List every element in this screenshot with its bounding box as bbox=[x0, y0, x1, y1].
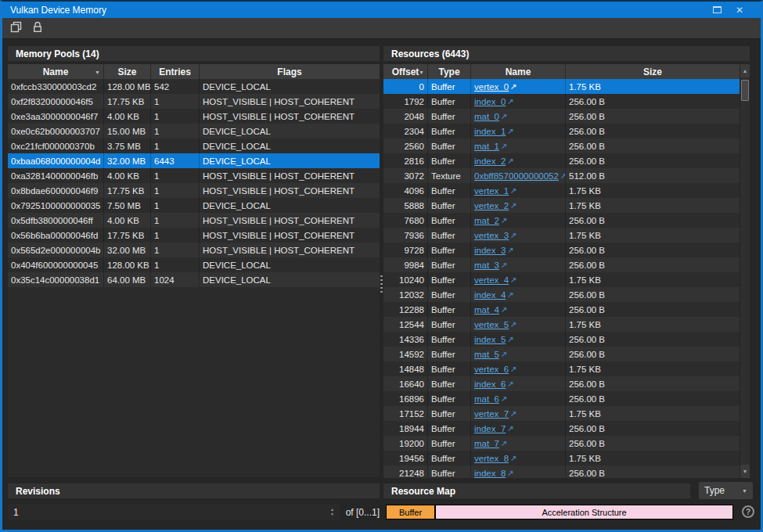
resource-row[interactable]: 19456Buffervertex_8↗1.75 KB bbox=[383, 451, 750, 466]
resource-link[interactable]: mat_2 bbox=[474, 216, 499, 225]
scrollbar-thumb[interactable] bbox=[741, 80, 749, 101]
float-window-icon[interactable] bbox=[713, 6, 722, 13]
resource-map-mode-select[interactable]: Type ▼ bbox=[699, 482, 753, 499]
resource-row[interactable]: 12288Buffermat_4↗256.00 B bbox=[383, 302, 750, 317]
pool-header-name[interactable]: Name ▼ bbox=[8, 64, 104, 79]
resource-link[interactable]: vertex_6 bbox=[474, 365, 509, 374]
help-icon[interactable]: ? bbox=[742, 505, 754, 518]
resource-link[interactable]: mat_3 bbox=[474, 261, 499, 270]
resource-link[interactable]: 0xbff8570000000052 bbox=[474, 171, 559, 181]
revision-input[interactable] bbox=[8, 507, 328, 518]
close-icon[interactable]: ✕ bbox=[736, 5, 743, 15]
resource-row[interactable]: 14848Buffervertex_6↗1.75 KB bbox=[383, 361, 750, 376]
memory-pool-row[interactable]: 0x404f600000000045128.00 KB1DEVICE_LOCAL bbox=[8, 257, 380, 272]
resource-link[interactable]: mat_1 bbox=[474, 142, 499, 151]
memory-pool-row[interactable]: 0xf2f83200000046f517.75 KB1HOST_VISIBLE … bbox=[8, 94, 380, 109]
resource-link[interactable]: index_0 bbox=[474, 97, 506, 106]
memory-pool-row[interactable]: 0x5dfb3800000046ff4.00 KB1HOST_VISIBLE |… bbox=[8, 213, 380, 228]
memory-pool-row[interactable]: 0xe3aa3000000046f74.00 KB1HOST_VISIBLE |… bbox=[8, 109, 380, 124]
resource-link[interactable]: vertex_3 bbox=[474, 231, 509, 240]
resource-link[interactable]: vertex_1 bbox=[474, 186, 509, 196]
memory-pool-row[interactable]: 0x79251000000000357.50 MB1DEVICE_LOCAL bbox=[8, 198, 380, 213]
resource-row[interactable]: 9984Buffermat_3↗256.00 B bbox=[383, 257, 750, 272]
memory-pool-row[interactable]: 0xa3281400000046fb4.00 KB1HOST_VISIBLE |… bbox=[8, 168, 380, 183]
pool-header-flags[interactable]: Flags bbox=[200, 64, 380, 79]
resource-link[interactable]: index_1 bbox=[474, 127, 506, 136]
resource-link[interactable]: mat_0 bbox=[474, 112, 499, 121]
resource-row[interactable]: 14592Buffermat_5↗256.00 B bbox=[383, 347, 750, 361]
resource-row[interactable]: 12032Bufferindex_4↗256.00 B bbox=[383, 287, 750, 302]
resource-link[interactable]: mat_4 bbox=[474, 305, 499, 315]
resource-header-size[interactable]: Size bbox=[566, 64, 740, 79]
resource-link[interactable]: index_4 bbox=[474, 290, 506, 300]
resource-name-cell: 0xbff8570000000052↗ bbox=[471, 168, 566, 183]
resource-link[interactable]: index_8 bbox=[474, 469, 506, 478]
resource-link[interactable]: mat_5 bbox=[474, 350, 499, 359]
resource-link[interactable]: index_3 bbox=[474, 246, 506, 255]
lock-icon bbox=[32, 21, 43, 36]
lock-button[interactable] bbox=[31, 21, 45, 35]
resource-row[interactable]: 17152Buffervertex_7↗1.75 KB bbox=[383, 406, 750, 421]
resource-row[interactable]: 16896Buffermat_6↗256.00 B bbox=[383, 391, 750, 406]
memory-pool-row[interactable]: 0xbaa068000000004d32.00 MB6443DEVICE_LOC… bbox=[8, 153, 380, 168]
resource-row[interactable]: 16640Bufferindex_6↗256.00 B bbox=[383, 376, 750, 391]
resource-row[interactable]: 14336Bufferindex_5↗256.00 B bbox=[383, 332, 750, 347]
resource-link[interactable]: mat_7 bbox=[474, 439, 499, 448]
resource-name-cell: vertex_2↗ bbox=[471, 198, 566, 213]
resource-map-segment[interactable]: Acceleration Structure bbox=[435, 505, 733, 519]
memory-pool-row[interactable]: 0xe0c62b000000370715.00 MB1DEVICE_LOCAL bbox=[8, 124, 380, 138]
memory-pool-row[interactable]: 0x56b6ba00000046fd17.75 KB1HOST_VISIBLE … bbox=[8, 228, 380, 243]
resource-link[interactable]: index_2 bbox=[474, 156, 506, 166]
resource-link[interactable]: vertex_2 bbox=[474, 201, 509, 210]
scroll-up-icon[interactable]: ▲ bbox=[740, 64, 750, 77]
resource-row[interactable]: 18944Bufferindex_7↗256.00 B bbox=[383, 421, 750, 436]
resource-link[interactable]: vertex_0 bbox=[474, 82, 509, 92]
resource-link[interactable]: vertex_7 bbox=[474, 409, 509, 419]
resource-row[interactable]: 10240Buffervertex_4↗1.75 KB bbox=[383, 272, 750, 287]
pool-entries-cell: 1 bbox=[151, 228, 200, 243]
resource-row[interactable]: 9728Bufferindex_3↗256.00 B bbox=[383, 243, 750, 257]
pool-entries-cell: 1 bbox=[151, 257, 200, 272]
panel-splitter-handle[interactable] bbox=[380, 275, 383, 295]
memory-pool-row[interactable]: 0xfccb330000003cd2128.00 MB542DEVICE_LOC… bbox=[8, 79, 380, 94]
resource-offset-cell: 14848 bbox=[383, 361, 428, 376]
resource-header-name[interactable]: Name bbox=[471, 64, 566, 79]
revision-stepper[interactable]: ▲ ▼ bbox=[328, 508, 340, 517]
resource-row[interactable]: 3072Texture0xbff8570000000052↗512.00 B bbox=[383, 168, 750, 183]
resource-header-name-label: Name bbox=[506, 66, 531, 77]
resource-row[interactable]: 0Buffervertex_0↗1.75 KB bbox=[383, 79, 750, 94]
resources-scrollbar[interactable]: ▲ ▼ bbox=[740, 64, 750, 478]
resource-link[interactable]: index_7 bbox=[474, 424, 506, 433]
resource-row[interactable]: 19200Buffermat_7↗256.00 B bbox=[383, 436, 750, 451]
resource-row[interactable]: 7680Buffermat_2↗256.00 B bbox=[383, 213, 750, 228]
resource-link[interactable]: vertex_8 bbox=[474, 454, 509, 463]
resource-row[interactable]: 4096Buffervertex_1↗1.75 KB bbox=[383, 183, 750, 198]
resource-row[interactable]: 2304Bufferindex_1↗256.00 B bbox=[383, 124, 750, 138]
memory-pool-row[interactable]: 0x35c14c00000038d164.00 MB1024DEVICE_LOC… bbox=[8, 272, 380, 287]
resource-link[interactable]: vertex_5 bbox=[474, 320, 509, 329]
memory-pool-row[interactable]: 0x565d2e000000004b32.00 MB1HOST_VISIBLE … bbox=[8, 243, 380, 257]
new-window-button[interactable] bbox=[9, 21, 23, 35]
memory-pool-row[interactable]: 0x8bdae600000046f917.75 KB1HOST_VISIBLE … bbox=[8, 183, 380, 198]
resource-link[interactable]: vertex_4 bbox=[474, 275, 509, 285]
resource-map-segment[interactable]: Buffer bbox=[386, 505, 435, 519]
resource-header-offset[interactable]: Offset ▼ bbox=[383, 64, 428, 79]
resource-row[interactable]: 2816Bufferindex_2↗256.00 B bbox=[383, 153, 750, 168]
resource-row[interactable]: 5888Buffervertex_2↗1.75 KB bbox=[383, 198, 750, 213]
resource-row[interactable]: 12544Buffervertex_5↗1.75 KB bbox=[383, 317, 750, 332]
spin-down-icon[interactable]: ▼ bbox=[330, 512, 334, 517]
pool-header-entries[interactable]: Entries bbox=[151, 64, 200, 79]
memory-pool-row[interactable]: 0xc21fcf000000370b3.75 MB1DEVICE_LOCAL bbox=[8, 138, 380, 153]
scroll-down-icon[interactable]: ▼ bbox=[740, 465, 750, 478]
resource-row[interactable]: 1792Bufferindex_0↗256.00 B bbox=[383, 94, 750, 109]
resource-row[interactable]: 7936Buffervertex_3↗1.75 KB bbox=[383, 228, 750, 243]
resource-header-type[interactable]: Type bbox=[428, 64, 471, 79]
resource-link[interactable]: mat_6 bbox=[474, 394, 499, 404]
resource-row[interactable]: 2048Buffermat_0↗256.00 B bbox=[383, 109, 750, 124]
pool-header-size[interactable]: Size bbox=[104, 64, 151, 79]
resource-row[interactable]: 21248Bufferindex_8↗256.00 B bbox=[383, 466, 750, 478]
resource-link[interactable]: index_6 bbox=[474, 379, 506, 389]
resource-name-cell: vertex_8↗ bbox=[471, 451, 566, 466]
resource-row[interactable]: 2560Buffermat_1↗256.00 B bbox=[383, 138, 750, 153]
resource-link[interactable]: index_5 bbox=[474, 335, 506, 344]
